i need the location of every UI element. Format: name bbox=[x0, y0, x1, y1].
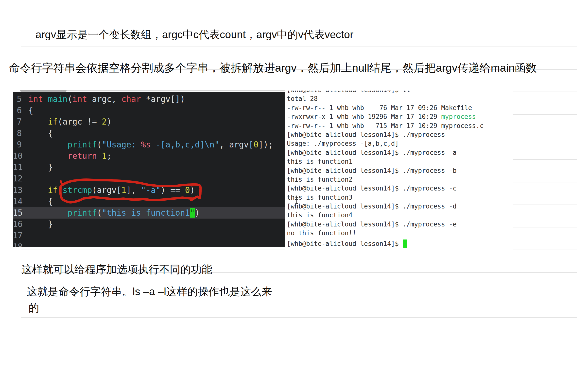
line-number: 10 bbox=[13, 150, 22, 162]
terminal-line: Usage: ./myprocess -[a,b,c,d] bbox=[287, 139, 484, 148]
terminal-text: [whb@bite-alicloud lesson14]$ bbox=[287, 240, 403, 247]
line-number: 12 bbox=[13, 173, 22, 184]
terminal-line: [whb@bite-alicloud lesson14]$ ./myproces… bbox=[287, 166, 484, 175]
code-line: 14 { bbox=[13, 196, 285, 207]
terminal-line: this is function4 bbox=[287, 211, 484, 220]
terminal-text: [whb@bite-alicloud lesson14]$ ./myproces… bbox=[287, 149, 457, 156]
line-number: 15 bbox=[13, 207, 22, 219]
terminal-line: this is function2 bbox=[287, 175, 484, 184]
terminal-text: [whb@bite-alicloud lesson14]$ ./myproces… bbox=[287, 203, 457, 210]
note-text-cmdline-desc: 命令行字符串会依据空格分割成多个字串，被拆解放进argv，然后加上null结尾，… bbox=[9, 61, 537, 75]
terminal-text: Usage: ./myprocess -[a,b,c,d] bbox=[287, 140, 399, 147]
line-number: 14 bbox=[13, 196, 22, 207]
terminal-cursor bbox=[403, 239, 407, 248]
code-line: 6{ bbox=[13, 105, 285, 116]
terminal-text: no this function!! bbox=[287, 229, 356, 237]
line-number: 9 bbox=[13, 139, 22, 150]
terminal-line: [whb@bite-alicloud lesson14]$ ./myproces… bbox=[287, 202, 484, 211]
line-number: 13 bbox=[13, 185, 22, 196]
line-number: 17 bbox=[13, 230, 22, 241]
line-number: 16 bbox=[13, 219, 22, 230]
terminal-text: -rwxrwxr-x 1 whb whb 19296 Mar 17 10:29 bbox=[287, 113, 441, 120]
code-text bbox=[22, 173, 28, 184]
code-text bbox=[22, 230, 28, 241]
code-line: 12 bbox=[13, 173, 285, 184]
note-text-options-desc: 这样就可以给程序加选项执行不同的功能 bbox=[21, 262, 212, 277]
code-lines: 5int main(int argc, char *argv[])6{7 if(… bbox=[13, 94, 285, 247]
code-line: 13 if(strcmp(argv[1], "-a") == 0) bbox=[13, 185, 285, 196]
code-line: 8 { bbox=[13, 128, 285, 139]
terminal-text: -rw-rw-r-- 1 whb whb 715 Mar 17 10:29 my… bbox=[287, 122, 484, 129]
note-page: { "page": { "background": "#ffffff", "ru… bbox=[0, 0, 588, 367]
line-number: 6 bbox=[13, 105, 22, 116]
executable-filename: myprocess bbox=[441, 113, 476, 120]
terminal-line: -rw-rw-r-- 1 whb whb 715 Mar 17 10:29 my… bbox=[287, 121, 484, 130]
code-line: 5int main(int argc, char *argv[]) bbox=[13, 94, 285, 105]
code-text: printf("this is function1") bbox=[22, 207, 200, 219]
terminal-line: [whb@bite-alicloud lesson14]$ ll bbox=[287, 91, 484, 94]
terminal-text: this is function1 bbox=[287, 158, 352, 165]
terminal-line: [whb@bite-alicloud lesson14]$ ./myproces… bbox=[287, 184, 484, 193]
code-line: 7 if(argc != 2) bbox=[13, 116, 285, 128]
terminal-text: [whb@bite-alicloud lesson14]$ ./myproces… bbox=[287, 221, 457, 228]
ruled-line bbox=[21, 317, 577, 318]
code-line: 9 printf("Usage: %s -[a,b,c,d]\n", argv[… bbox=[13, 139, 285, 150]
note-text-ls-example: 这就是命令行字符串。ls –a –l这样的操作也是这么来 bbox=[27, 285, 272, 299]
note-text-argv-title: argv显示是一个变长数组，argc中c代表count，argv中的v代表vec… bbox=[35, 28, 353, 42]
terminal-lines: [whb@bite-alicloud lesson14]$ lltotal 28… bbox=[287, 91, 484, 247]
ibeam-pointer-icon bbox=[295, 197, 299, 204]
code-text: int main(int argc, char *argv[]) bbox=[22, 94, 185, 105]
line-number: 7 bbox=[13, 116, 22, 128]
terminal-text: this is function2 bbox=[287, 176, 352, 183]
code-text: if(argc != 2) bbox=[22, 116, 112, 128]
code-text: printf("Usage: %s -[a,b,c,d]\n", argv[0]… bbox=[22, 139, 273, 150]
code-text: { bbox=[22, 105, 33, 116]
code-caret: " bbox=[190, 208, 195, 218]
code-text: } bbox=[22, 219, 53, 230]
terminal-screenshot[interactable]: [whb@bite-alicloud lesson14]$ lltotal 28… bbox=[285, 91, 513, 254]
code-editor-screenshot[interactable]: 5int main(int argc, char *argv[])6{7 if(… bbox=[13, 92, 285, 247]
terminal-line: [whb@bite-alicloud lesson14]$ ./myproces… bbox=[287, 130, 484, 139]
terminal-text: [whb@bite-alicloud lesson14]$ ./myproces… bbox=[287, 131, 445, 138]
line-number: 18 bbox=[13, 241, 22, 247]
terminal-line: no this function!! bbox=[287, 229, 484, 238]
terminal-line: this is function1 bbox=[287, 157, 484, 166]
code-line: 10 return 1; bbox=[13, 150, 285, 162]
code-text: { bbox=[22, 196, 53, 207]
terminal-line: [whb@bite-alicloud lesson14]$ bbox=[287, 238, 484, 247]
terminal-line: this is function3 bbox=[287, 193, 484, 202]
note-text-ls-example-wrap: 的 bbox=[29, 301, 39, 315]
code-text: if(strcmp(argv[1], "-a") == 0) bbox=[22, 185, 195, 196]
code-text: return 1; bbox=[22, 150, 112, 162]
terminal-text: [whb@bite-alicloud lesson14]$ ./myproces… bbox=[287, 167, 457, 174]
terminal-line: -rwxrwxr-x 1 whb whb 19296 Mar 17 10:29 … bbox=[287, 112, 484, 121]
terminal-line: [whb@bite-alicloud lesson14]$ ./myproces… bbox=[287, 220, 484, 229]
code-line: 16 } bbox=[13, 219, 285, 230]
code-line: 15 printf("this is function1") bbox=[13, 207, 285, 219]
line-number: 5 bbox=[13, 94, 22, 105]
line-number: 8 bbox=[13, 128, 22, 139]
code-text bbox=[22, 241, 28, 247]
scrollbar-thumb bbox=[20, 90, 67, 92]
terminal-line: total 28 bbox=[287, 94, 484, 103]
terminal-text: [whb@bite-alicloud lesson14]$ ./myproces… bbox=[287, 185, 457, 192]
terminal-text: -rw-rw-r-- 1 whb whb 76 Mar 17 09:26 Mak… bbox=[287, 104, 472, 112]
code-line: 17 bbox=[13, 230, 285, 241]
terminal-text: [whb@bite-alicloud lesson14]$ ll bbox=[287, 91, 410, 94]
code-line: 11 } bbox=[13, 162, 285, 173]
terminal-text: this is function4 bbox=[287, 211, 352, 219]
code-text: { bbox=[22, 128, 53, 139]
code-line: 18 bbox=[13, 241, 285, 247]
terminal-line: -rw-rw-r-- 1 whb whb 76 Mar 17 09:26 Mak… bbox=[287, 103, 484, 112]
terminal-line: [whb@bite-alicloud lesson14]$ ./myproces… bbox=[287, 148, 484, 157]
ruled-line bbox=[21, 47, 577, 47]
terminal-text: total 28 bbox=[287, 95, 318, 102]
line-number: 11 bbox=[13, 162, 22, 173]
code-text: } bbox=[22, 162, 53, 173]
